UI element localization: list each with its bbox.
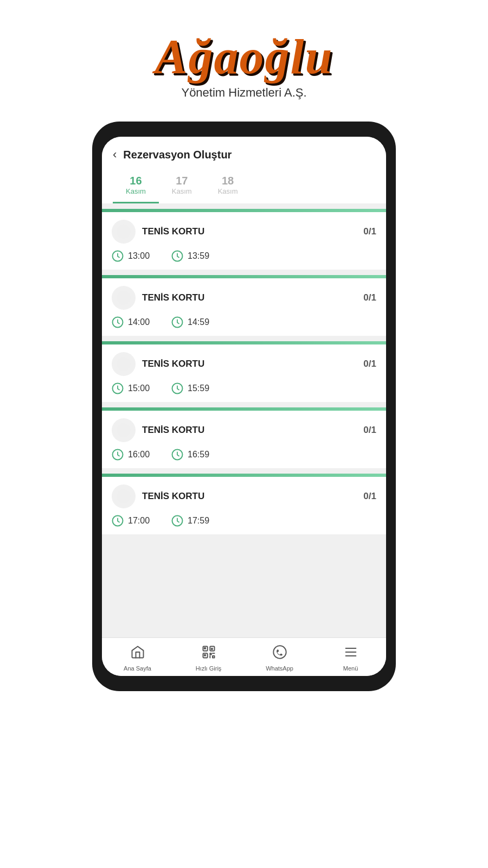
slot-header-4: 🔑 TENİS KORTU 0/1 bbox=[112, 484, 376, 508]
slot-times-4: 17:00 17:59 bbox=[112, 515, 376, 527]
slot-card-body-2: 🔑 TENİS KORTU 0/1 15:00 bbox=[102, 344, 386, 402]
nav-qr-label: Hızlı Giriş bbox=[196, 665, 222, 672]
slot-end-0: 13:59 bbox=[171, 250, 209, 262]
slot-card-body-1: 🔑 TENİS KORTU 0/1 14:00 bbox=[102, 278, 386, 336]
slot-end-time-0: 13:59 bbox=[188, 251, 209, 261]
slot-icon-3: 🔑 bbox=[112, 418, 136, 442]
slot-name-0: TENİS KORTU bbox=[142, 226, 357, 237]
header-area: Ağaoğlu Yönetim Hizmetleri A.Ş. bbox=[155, 0, 333, 122]
slot-header-1: 🔑 TENİS KORTU 0/1 bbox=[112, 286, 376, 310]
svg-point-16 bbox=[117, 489, 131, 503]
slot-card-body-0: 🔑 TENİS KORTU 0/1 13:00 bbox=[102, 212, 386, 270]
date-tab-0-month: Kasım bbox=[126, 187, 146, 195]
slot-start-1: 14:00 bbox=[112, 316, 150, 328]
nav-whatsapp[interactable]: WhatsApp bbox=[244, 642, 315, 674]
slot-name-3: TENİS KORTU bbox=[142, 425, 357, 436]
slot-times-0: 13:00 13:59 bbox=[112, 250, 376, 262]
slot-end-2: 15:59 bbox=[171, 382, 209, 394]
slot-count-3: 0/1 bbox=[363, 425, 376, 436]
date-tab-2-month: Kasım bbox=[218, 187, 238, 195]
date-tab-2-day: 18 bbox=[222, 175, 234, 187]
date-tab-1-day: 17 bbox=[176, 175, 188, 187]
slot-end-3: 16:59 bbox=[171, 449, 209, 461]
slot-header-0: 🔑 TENİS KORTU 0/1 bbox=[112, 220, 376, 244]
top-bar: ‹ Rezervasyon Oluştur 16 Kasım 17 Kasım … bbox=[102, 137, 386, 203]
slot-name-2: TENİS KORTU bbox=[142, 359, 357, 369]
slot-start-2: 15:00 bbox=[112, 382, 150, 394]
date-tab-2[interactable]: 18 Kasım bbox=[205, 171, 251, 203]
svg-point-12 bbox=[117, 423, 131, 437]
slot-count-1: 0/1 bbox=[363, 292, 376, 303]
slot-header-3: 🔑 TENİS KORTU 0/1 bbox=[112, 418, 376, 442]
slot-times-1: 14:00 14:59 bbox=[112, 316, 376, 328]
nav-menu-label: Menü bbox=[343, 665, 358, 672]
svg-point-0 bbox=[117, 225, 131, 239]
slot-end-time-3: 16:59 bbox=[188, 450, 209, 459]
slot-icon-4: 🔑 bbox=[112, 484, 136, 508]
phone-mockup: ‹ Rezervasyon Oluştur 16 Kasım 17 Kasım … bbox=[92, 122, 396, 691]
slot-icon-2: 🔑 bbox=[112, 352, 136, 376]
svg-point-8 bbox=[117, 357, 131, 371]
slot-card-1[interactable]: 🔑 TENİS KORTU 0/1 14:00 bbox=[102, 275, 386, 336]
slot-card-2[interactable]: 🔑 TENİS KORTU 0/1 15:00 bbox=[102, 341, 386, 402]
slot-icon-1: 🔑 bbox=[112, 286, 136, 310]
slot-card-3[interactable]: 🔑 TENİS KORTU 0/1 16:00 bbox=[102, 407, 386, 468]
svg-point-24 bbox=[204, 655, 205, 656]
phone-inner: ‹ Rezervasyon Oluştur 16 Kasım 17 Kasım … bbox=[102, 137, 386, 676]
menu-icon bbox=[343, 644, 358, 663]
page-title: Rezervasyon Oluştur bbox=[123, 149, 232, 161]
slot-end-4: 17:59 bbox=[171, 515, 209, 527]
whatsapp-icon bbox=[272, 644, 287, 663]
slot-times-2: 15:00 15:59 bbox=[112, 382, 376, 394]
date-tabs: 16 Kasım 17 Kasım 18 Kasım bbox=[113, 171, 375, 203]
svg-point-26 bbox=[273, 646, 286, 658]
slot-start-time-4: 17:00 bbox=[128, 516, 150, 526]
logo: Ağaoğlu bbox=[155, 33, 333, 81]
svg-point-23 bbox=[211, 648, 212, 649]
slot-count-2: 0/1 bbox=[363, 359, 376, 369]
nav-home[interactable]: Ana Sayfa bbox=[102, 642, 173, 674]
back-button[interactable]: ‹ bbox=[113, 148, 117, 162]
slot-card-4[interactable]: 🔑 TENİS KORTU 0/1 17:00 bbox=[102, 474, 386, 534]
svg-point-25 bbox=[204, 648, 205, 649]
slot-start-0: 13:00 bbox=[112, 250, 150, 262]
qr-icon bbox=[201, 644, 216, 663]
date-tab-0-day: 16 bbox=[130, 175, 142, 187]
slot-end-time-1: 14:59 bbox=[188, 317, 209, 327]
date-tab-1[interactable]: 17 Kasım bbox=[159, 171, 205, 203]
slot-header-2: 🔑 TENİS KORTU 0/1 bbox=[112, 352, 376, 376]
nav-qr[interactable]: Hızlı Giriş bbox=[173, 642, 244, 674]
slot-start-4: 17:00 bbox=[112, 515, 150, 527]
slot-icon-0: 🔑 bbox=[112, 220, 136, 244]
date-tab-0[interactable]: 16 Kasım bbox=[113, 171, 159, 203]
slot-start-time-0: 13:00 bbox=[128, 251, 150, 261]
date-tab-1-month: Kasım bbox=[172, 187, 192, 195]
home-icon bbox=[130, 644, 145, 663]
slot-count-4: 0/1 bbox=[363, 491, 376, 502]
slots-container[interactable]: 🔑 TENİS KORTU 0/1 13:00 bbox=[102, 203, 386, 637]
slot-start-time-2: 15:00 bbox=[128, 384, 150, 393]
slot-end-time-4: 17:59 bbox=[188, 516, 209, 526]
slot-end-1: 14:59 bbox=[171, 316, 209, 328]
slot-start-time-1: 14:00 bbox=[128, 317, 150, 327]
slot-card-0[interactable]: 🔑 TENİS KORTU 0/1 13:00 bbox=[102, 209, 386, 270]
nav-home-label: Ana Sayfa bbox=[124, 665, 151, 672]
slot-end-time-2: 15:59 bbox=[188, 384, 209, 393]
slot-name-4: TENİS KORTU bbox=[142, 491, 357, 502]
nav-menu[interactable]: Menü bbox=[315, 642, 386, 674]
slot-count-0: 0/1 bbox=[363, 226, 376, 237]
slot-card-body-4: 🔑 TENİS KORTU 0/1 17:00 bbox=[102, 477, 386, 534]
subtitle: Yönetim Hizmetleri A.Ş. bbox=[181, 86, 306, 100]
svg-point-4 bbox=[117, 291, 131, 305]
app-content: ‹ Rezervasyon Oluştur 16 Kasım 17 Kasım … bbox=[102, 137, 386, 676]
nav-whatsapp-label: WhatsApp bbox=[266, 665, 293, 672]
slot-start-time-3: 16:00 bbox=[128, 450, 150, 459]
top-bar-header: ‹ Rezervasyon Oluştur bbox=[113, 148, 375, 162]
slot-name-1: TENİS KORTU bbox=[142, 292, 357, 303]
slot-start-3: 16:00 bbox=[112, 449, 150, 461]
bottom-nav: Ana Sayfa Hızlı Gir bbox=[102, 637, 386, 676]
slot-times-3: 16:00 16:59 bbox=[112, 449, 376, 461]
slot-card-body-3: 🔑 TENİS KORTU 0/1 16:00 bbox=[102, 411, 386, 468]
